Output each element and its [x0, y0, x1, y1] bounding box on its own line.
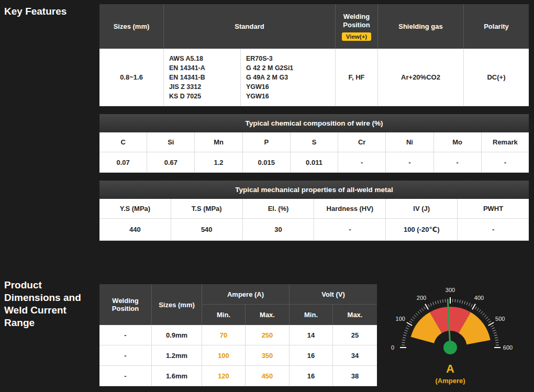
table-row: - 0.9mm 70 250 14 25	[99, 325, 377, 345]
mech-value-cell: 540	[171, 219, 243, 241]
row-amp-min: 70	[202, 325, 246, 345]
row-volt-max: 38	[333, 366, 377, 386]
current-header-rows: Welding Position Sizes (mm) Ampere (A) M…	[99, 284, 377, 325]
spec-data-row: 0.8~1.6 AWS A5.18 EN 14341-A EN 14341-B …	[99, 49, 529, 106]
mech-header-cell: PWHT	[458, 199, 529, 219]
chem-header-cell: P	[243, 132, 291, 152]
row-amp-max: 350	[246, 345, 290, 366]
chem-header-cell: Mn	[195, 132, 242, 152]
product-dimensions-heading: Product Dimensions and Weld Current Rang…	[4, 279, 96, 329]
spec-polarity-value: DC(+)	[464, 49, 529, 106]
row-volt-min: 14	[290, 325, 333, 345]
spec-header-shielding-gas: Shielding gas	[378, 4, 464, 49]
table-row: - 1.6mm 120 450 16 38	[99, 366, 377, 386]
chem-header-cell: Remark	[482, 132, 529, 152]
mech-value-cell: -	[458, 219, 529, 241]
spec-header-standard: Standard	[164, 4, 336, 49]
row-position: -	[99, 345, 152, 366]
spec-standard-specs: AWS A5.18 EN 14341-A EN 14341-B JIS Z 33…	[164, 49, 241, 106]
spec-header-polarity: Polarity	[464, 4, 529, 49]
standard-spec-item: EN 14341-B	[169, 73, 205, 82]
spec-welding-position-value: F, HF	[336, 49, 378, 106]
svg-text:500: 500	[495, 316, 505, 322]
current-header-sizes: Sizes (mm)	[152, 284, 202, 325]
standard-spec-item: EN 14341-A	[169, 63, 205, 73]
mechanical-properties-table: Typical mechanical properties of all-wel…	[99, 181, 529, 241]
spec-header-row: Sizes (mm) Standard Welding Position Vie…	[99, 4, 529, 49]
current-header-volt-group: Volt (V) Min. Max.	[290, 284, 377, 325]
table-row: - 1.2mm 100 350 16 34	[99, 345, 377, 366]
key-features-heading: Key Features	[4, 5, 66, 18]
chem-value-cell: 0.07	[99, 152, 147, 173]
svg-text:600: 600	[503, 344, 513, 351]
current-header-welding-position: Welding Position	[99, 284, 152, 325]
chem-header-row: C Si Mn P S Cr Ni Mo Remark	[99, 132, 529, 152]
spec-header-welding-position: Welding Position View(+)	[336, 4, 378, 49]
standard-class-item: YGW16	[246, 92, 269, 101]
mech-header-cell: El. (%)	[243, 199, 315, 219]
volt-min-header: Min.	[290, 305, 333, 325]
mechanical-properties-title: Typical mechanical properties of all-wel…	[99, 181, 529, 199]
svg-text:300: 300	[446, 287, 455, 293]
volt-group-label: Volt (V)	[290, 284, 377, 305]
mech-value-cell: -	[314, 219, 386, 241]
spec-standard-classes: ER70S-3 G 42 2 M G2Si1 G 49A 2 M G3 YGW1…	[241, 49, 336, 106]
chem-header-cell: Si	[147, 132, 195, 152]
chem-header-cell: Mo	[434, 132, 482, 152]
svg-text:0: 0	[391, 344, 394, 351]
mech-value-cell: 100 (-20℃)	[386, 219, 458, 241]
chem-value-cell: 0.015	[243, 152, 291, 173]
current-header-ampere-group: Ampere (A) Min. Max.	[202, 284, 290, 325]
chem-value-cell: -	[434, 152, 482, 173]
chem-value-cell: 0.011	[291, 152, 338, 173]
row-amp-max: 250	[246, 325, 290, 345]
row-size: 1.6mm	[152, 366, 202, 386]
svg-text:100: 100	[396, 316, 405, 322]
spec-table: Sizes (mm) Standard Welding Position Vie…	[99, 4, 529, 106]
row-volt-min: 16	[290, 366, 333, 386]
standard-class-item: YGW16	[246, 82, 269, 92]
standard-class-item: G 49A 2 M G3	[246, 73, 288, 82]
mech-header-cell: Y.S (MPa)	[99, 199, 171, 219]
mech-value-row: 440 540 30 - 100 (-20℃) -	[99, 219, 529, 241]
volt-max-header: Max.	[333, 305, 377, 325]
ampere-gauge: 0100200300400500600	[374, 276, 531, 359]
spec-sizes-value: 0.8~1.6	[99, 49, 164, 106]
chem-value-cell: -	[338, 152, 386, 173]
chem-header-cell: Cr	[338, 132, 386, 152]
standard-class-item: G 42 2 M G2Si1	[246, 63, 293, 73]
chem-value-cell: 0.67	[147, 152, 195, 173]
standard-spec-item: JIS Z 3312	[169, 82, 201, 92]
weld-current-table: Welding Position Sizes (mm) Ampere (A) M…	[99, 284, 377, 386]
ampere-min-header: Min.	[202, 305, 246, 325]
chem-header-cell: Ni	[386, 132, 433, 152]
row-volt-min: 16	[290, 345, 333, 366]
standard-spec-item: AWS A5.18	[169, 54, 203, 63]
row-amp-min: 100	[202, 345, 246, 366]
row-amp-max: 450	[246, 366, 290, 386]
row-volt-max: 34	[333, 345, 377, 366]
mech-header-cell: IV (J)	[386, 199, 458, 219]
mech-header-row: Y.S (MPa) T.S (MPa) El. (%) Hardness (HV…	[99, 199, 529, 219]
chem-header-cell: C	[99, 132, 147, 152]
welding-position-label: Welding Position	[338, 13, 375, 29]
svg-text:400: 400	[474, 295, 484, 301]
row-size: 0.9mm	[152, 325, 202, 345]
gauge-unit-label: A	[372, 362, 529, 376]
mech-header-cell: T.S (MPa)	[171, 199, 243, 219]
gauge-unit-sublabel: (Ampere)	[372, 377, 529, 385]
row-position: -	[99, 325, 152, 345]
view-expand-button[interactable]: View(+)	[342, 32, 371, 41]
chemical-composition-title: Typical chemical composition of wire (%)	[99, 114, 529, 132]
row-amp-min: 120	[202, 366, 246, 386]
row-position: -	[99, 366, 152, 386]
standard-class-item: ER70S-3	[246, 54, 273, 63]
chem-value-cell: -	[386, 152, 433, 173]
mech-value-cell: 440	[99, 219, 171, 241]
mech-value-cell: 30	[243, 219, 315, 241]
row-size: 1.2mm	[152, 345, 202, 366]
standard-spec-item: KS D 7025	[169, 92, 201, 101]
ampere-max-header: Max.	[246, 305, 290, 325]
spec-header-sizes: Sizes (mm)	[99, 4, 164, 49]
mech-header-cell: Hardness (HV)	[314, 199, 386, 219]
